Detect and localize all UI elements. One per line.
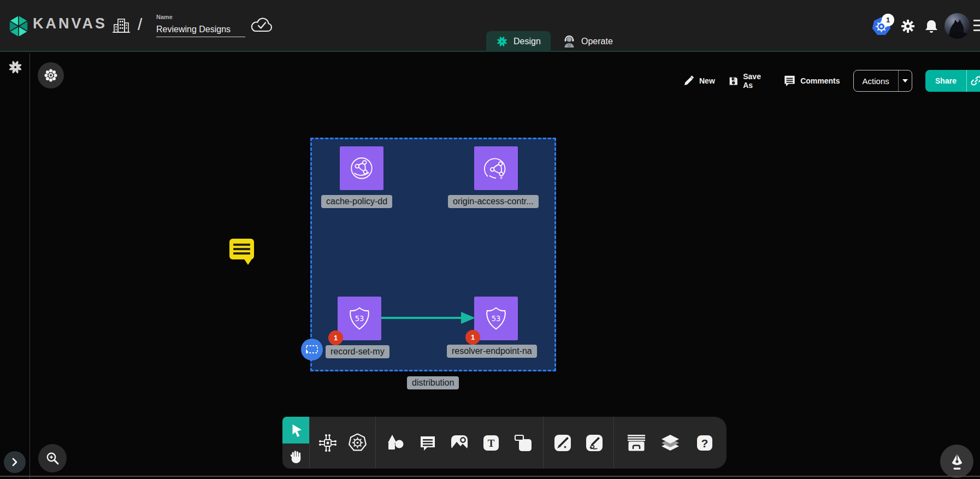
pointer-tools-column <box>282 417 309 469</box>
selection-group-label[interactable]: distribution <box>407 376 459 389</box>
notification-count-badge[interactable]: 1 <box>882 14 894 26</box>
comment-bubble-icon <box>419 434 436 452</box>
archive-drawer-icon <box>626 434 647 452</box>
pen-mode-button[interactable] <box>940 445 973 478</box>
node-label-origin-access[interactable]: origin-access-contr... <box>448 195 539 208</box>
tab-operate[interactable]: Operate <box>553 31 623 52</box>
svg-text:53: 53 <box>492 315 501 323</box>
selection-group-handle[interactable] <box>301 339 323 360</box>
hand-icon <box>290 449 303 463</box>
comment-tool-button[interactable] <box>416 431 440 455</box>
save-floppy-icon <box>728 75 739 87</box>
pencil-tool-button[interactable] <box>582 431 606 455</box>
text-icon: T <box>482 434 500 452</box>
sticky-note-icon <box>514 434 533 452</box>
organization-icon[interactable] <box>111 16 131 36</box>
comment-line <box>233 248 250 250</box>
svg-text:?: ? <box>701 437 708 450</box>
components-drawer-button[interactable] <box>624 431 648 455</box>
comment-marker-tail <box>244 258 252 265</box>
resolver-badge[interactable]: 1 <box>465 330 480 345</box>
save-as-button[interactable]: Save As <box>728 72 770 90</box>
whiteboard-flower-button[interactable] <box>38 62 64 88</box>
image-icon <box>450 434 469 452</box>
circuit-chip-icon <box>318 433 338 453</box>
actions-dropdown-label[interactable]: Actions <box>854 70 898 91</box>
pen-path-icon <box>553 434 572 452</box>
dashed-rect-icon <box>305 345 318 354</box>
canvas-toolbar: T <box>282 417 727 469</box>
actions-dropdown[interactable]: Actions <box>853 70 913 92</box>
user-avatar[interactable] <box>944 13 970 39</box>
notifications-bell-icon[interactable] <box>924 19 938 34</box>
infrastructure-tool-button[interactable] <box>316 431 340 455</box>
zoom-in-button[interactable] <box>38 444 67 472</box>
flower-icon <box>43 68 58 83</box>
tab-operate-label: Operate <box>581 37 613 46</box>
toolbar-main: T <box>310 417 727 469</box>
toolbar-segment-annotate: T <box>376 417 543 469</box>
pen-nib-icon <box>949 453 965 470</box>
kubernetes-helm-icon <box>347 433 368 453</box>
node-label-record-set[interactable]: record-set-my <box>326 345 389 358</box>
cursor-icon <box>290 423 303 437</box>
edge-arrow[interactable] <box>379 310 477 327</box>
layers-icon <box>660 433 680 453</box>
shapes-icon <box>387 434 404 452</box>
tab-design[interactable]: Design <box>486 31 551 52</box>
node-cache-policy[interactable] <box>340 146 383 190</box>
pan-tool-button[interactable] <box>282 443 309 469</box>
actions-caret-button[interactable] <box>899 70 912 91</box>
select-tool-button[interactable] <box>282 417 309 443</box>
canvas-action-bar: New Save As Comments Actions Share <box>683 69 980 92</box>
share-button-label[interactable]: Share <box>925 70 966 92</box>
node-origin-access-control[interactable] <box>474 146 518 190</box>
record-set-badge[interactable]: 1 <box>328 330 343 345</box>
share-button-group[interactable]: Share <box>925 70 980 92</box>
toolbar-segment-draw <box>544 417 613 469</box>
kubernetes-tool-button[interactable] <box>345 431 369 455</box>
canvas-comment-marker[interactable] <box>229 239 254 259</box>
app-logo-text: KANVAS <box>33 15 107 32</box>
design-name-input[interactable] <box>156 22 245 37</box>
pencil-scribble-icon <box>585 434 604 452</box>
shapes-tool-button[interactable] <box>383 431 408 455</box>
sidebar-divider <box>29 53 30 479</box>
settings-gear-icon[interactable] <box>900 19 916 34</box>
kanvas-logo-icon[interactable] <box>7 14 31 38</box>
text-tool-button[interactable]: T <box>479 431 503 455</box>
node-label-cache-policy[interactable]: cache-policy-dd <box>321 195 392 208</box>
node-record-set[interactable]: 53 <box>338 297 381 340</box>
node-resolver-endpoint[interactable]: 53 <box>474 297 518 340</box>
pen-tool-button[interactable] <box>551 431 575 455</box>
breadcrumb-separator: / <box>138 15 142 34</box>
svg-text:53: 53 <box>355 315 364 323</box>
magnifier-plus-icon <box>45 451 60 465</box>
comments-icon <box>783 75 796 87</box>
tab-design-label: Design <box>513 37 541 46</box>
window-bottom-border <box>0 476 980 477</box>
expand-sidebar-button[interactable] <box>4 451 26 473</box>
help-button[interactable]: ? <box>693 431 717 455</box>
cloud-saved-icon <box>249 14 274 37</box>
menu-hamburger-icon[interactable] <box>973 18 980 34</box>
new-button[interactable]: New <box>683 75 715 87</box>
help-icon: ? <box>696 434 713 452</box>
chevron-down-icon <box>902 79 908 82</box>
sidebar-spiral-icon[interactable] <box>8 60 23 75</box>
design-name-label: Name <box>156 14 173 20</box>
comments-button-label: Comments <box>800 76 840 85</box>
note-tool-button[interactable] <box>511 431 535 455</box>
toolbar-segment-extras: ? <box>614 417 727 469</box>
media-tool-button[interactable] <box>447 431 471 455</box>
route53-record-set-icon: 53 <box>343 301 376 335</box>
link-icon <box>970 75 980 87</box>
layers-button[interactable] <box>658 431 682 455</box>
copy-link-button[interactable] <box>967 70 980 92</box>
toolbar-segment-infra <box>310 417 375 469</box>
comments-button[interactable]: Comments <box>783 75 840 87</box>
cloudfront-cache-policy-icon <box>345 152 378 185</box>
node-label-resolver[interactable]: resolver-endpoint-na <box>447 345 537 358</box>
comment-line <box>233 244 250 246</box>
svg-text:T: T <box>488 437 495 449</box>
